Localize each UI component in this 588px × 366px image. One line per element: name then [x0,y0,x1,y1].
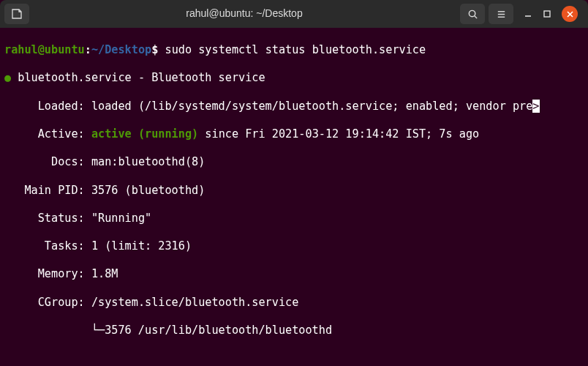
maximize-button[interactable] [543,10,551,18]
window-controls [524,6,578,22]
close-button[interactable] [562,6,578,22]
new-tab-button[interactable] [4,4,29,24]
hamburger-icon [496,9,507,20]
window-title: rahul@ubuntu: ~/Desktop [32,7,456,20]
cgroup-child-line: └─3576 /usr/lib/bluetooth/bluetoothd [4,324,584,337]
typed-command: sudo systemctl status bluetooth.service [165,43,426,56]
menu-button[interactable] [489,4,513,24]
status-line: Status: "Running" [4,212,584,225]
plus-icon [11,8,23,20]
terminal-output[interactable]: rahul@ubuntu:~/Desktop$ sudo systemctl s… [0,28,588,366]
search-button[interactable] [460,4,485,24]
minimize-button[interactable] [524,10,532,18]
active-line: Active: active (running) since Fri 2021-… [4,127,584,141]
prompt-path: ~/Desktop [91,43,151,56]
minimize-icon [524,10,532,18]
maximize-icon [543,10,551,18]
cgroup-line: CGroup: /system.slice/bluetooth.service [4,296,584,310]
svg-line-1 [474,15,476,18]
service-header: ● bluetooth.service - Bluetooth service [4,71,584,85]
svg-rect-6 [544,11,550,17]
mainpid-line: Main PID: 3576 (bluetoothd) [4,184,584,198]
status-dot-icon: ● [4,71,11,84]
prompt-user-host: rahul@ubuntu [4,43,85,56]
tasks-line: Tasks: 1 (limit: 2316) [4,239,584,253]
prompt-line: rahul@ubuntu:~/Desktop$ sudo systemctl s… [4,43,584,57]
blank-line [4,351,584,365]
memory-line: Memory: 1.8M [4,267,584,281]
docs-line: Docs: man:bluetoothd(8) [4,155,584,169]
svg-point-0 [469,10,475,16]
close-icon [566,10,574,18]
truncate-indicator: > [532,100,539,113]
titlebar: rahul@ubuntu: ~/Desktop [0,0,588,28]
search-icon [467,9,478,20]
active-state: active (running) [91,127,198,141]
loaded-line: Loaded: loaded (/lib/systemd/system/blue… [4,100,584,113]
